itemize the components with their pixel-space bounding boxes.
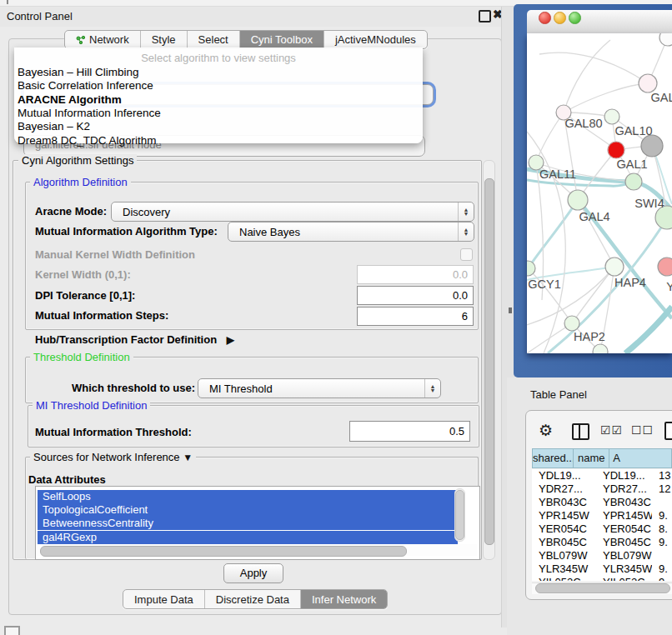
table-cell: YDR27... (532, 482, 596, 496)
stepper-arrows-icon: ▲▼ (424, 379, 440, 398)
dpi-tolerance-field[interactable]: 0.0 (357, 286, 474, 305)
table-cell: 12 (652, 482, 672, 496)
attributes-vertical-scrollbar-thumb[interactable] (455, 490, 464, 540)
deselect-all-checkboxes-icon[interactable]: ☐☐ (631, 423, 654, 437)
column-header[interactable]: A (609, 448, 672, 468)
table-cell: YLR345W (596, 562, 652, 576)
cut-off-icon[interactable] (664, 422, 672, 440)
network-node[interactable] (568, 190, 588, 210)
network-node[interactable] (658, 258, 672, 276)
algorithm-option[interactable]: Bayesian – K2 (17, 120, 418, 133)
tab-cyni-toolbox[interactable]: Cyni Toolbox (240, 31, 324, 48)
table-row[interactable]: YDL19...YDL19...13 (532, 469, 672, 482)
algorithm-option[interactable]: ARACNE Algorithm (17, 93, 418, 107)
algorithm-definition-title: Algorithm Definition (30, 176, 131, 188)
algorithm-option[interactable]: Mutual Information Inference (17, 107, 418, 120)
table-cell: 13 (652, 469, 672, 482)
network-node[interactable] (604, 109, 619, 124)
network-edge[interactable] (527, 200, 578, 270)
sources-title-label: Sources for Network Inference (33, 451, 180, 463)
algorithm-option[interactable]: Dream8 DC_TDC Algorithm (17, 134, 418, 148)
table-row[interactable]: YPR145WYPR145W9. (532, 509, 672, 522)
tab-select[interactable]: Select (188, 31, 240, 48)
splitter-collapse-handle[interactable] (509, 308, 512, 313)
table-row[interactable]: YBL079WYBL079W (532, 549, 672, 562)
split-columns-icon[interactable] (572, 423, 589, 440)
select-all-checkboxes-icon[interactable]: ☑☑ (600, 423, 623, 437)
network-edge[interactable] (539, 52, 648, 83)
minimized-panel-icon[interactable] (4, 626, 20, 635)
tab-network[interactable]: Network (65, 31, 141, 48)
node-label: GAL (650, 91, 672, 104)
minimize-traffic-light-icon[interactable] (554, 12, 566, 24)
tab-label: jActiveMNodules (335, 33, 416, 46)
network-canvas[interactable]: GALGAL80GAL10GAL1GAL11SWI4GAL4GCY1HAP4YH… (527, 33, 672, 353)
mi-steps-field[interactable]: 6 (357, 307, 474, 326)
kernel-width-field[interactable]: 0.0 (357, 265, 474, 284)
network-node[interactable] (527, 261, 535, 276)
network-node[interactable] (639, 74, 657, 92)
network-edge[interactable] (564, 40, 610, 112)
network-edge[interactable] (536, 112, 564, 162)
tab-label: Network (89, 33, 129, 46)
float-window-icon[interactable] (479, 10, 491, 22)
algorithm-option[interactable]: Basic Correlation Inference (17, 79, 418, 92)
tab-discretize-data[interactable]: Discretize Data (205, 590, 301, 608)
hub-definition-toggle[interactable]: Hub/Transcription Factor Definition ▶ (35, 333, 234, 346)
which-threshold-select[interactable]: MI Threshold ▲▼ (198, 378, 441, 398)
tab-style[interactable]: Style (141, 31, 188, 48)
table-cell: YBR045C (532, 536, 596, 549)
attribute-item-selected[interactable]: TopologicalCoefficient (38, 503, 458, 517)
manual-kernel-checkbox[interactable] (460, 248, 473, 261)
table-cell: YPR145W (532, 509, 596, 522)
network-node[interactable] (625, 173, 642, 190)
gear-icon[interactable]: ⚙ (539, 421, 553, 440)
network-node[interactable] (564, 316, 579, 331)
table-row[interactable]: YBR045CYBR045C9. (532, 536, 672, 549)
network-node[interactable] (608, 142, 624, 158)
node-label: SWI4 (634, 197, 664, 210)
network-graph: GALGAL80GAL10GAL1GAL11SWI4GAL4GCY1HAP4YH… (527, 33, 672, 353)
table-row[interactable]: YBR043CYBR043C (532, 496, 672, 509)
network-edge[interactable] (564, 83, 648, 112)
table-row[interactable]: YDR27...YDR27...12 (532, 482, 672, 496)
network-node[interactable] (593, 344, 608, 353)
algorithm-option[interactable]: Bayesian – Hill Climbing (17, 66, 418, 79)
table-row[interactable]: YER054CYER054C8. (532, 522, 672, 536)
settings-scrollbar-thumb[interactable] (484, 178, 494, 545)
network-node[interactable] (659, 33, 672, 46)
bottom-tab-bar: Impute DataDiscretize DataInfer Network (123, 589, 388, 609)
table-horizontal-scrollbar-thumb[interactable] (535, 583, 670, 593)
mi-type-select[interactable]: Naive Bayes ▲▼ (228, 222, 474, 242)
sources-title[interactable]: Sources for Network Inference ▼ (30, 451, 196, 463)
network-node[interactable] (605, 258, 624, 276)
table-cell: YDL19... (532, 469, 596, 482)
attributes-horizontal-scrollbar-thumb[interactable] (40, 546, 407, 557)
tab-infer-network[interactable]: Infer Network (301, 590, 387, 608)
table-cell: 8. (652, 522, 672, 536)
table-cell: 9. (652, 536, 672, 549)
column-header[interactable]: name (573, 448, 609, 468)
close-traffic-light-icon[interactable] (539, 12, 551, 24)
table-row[interactable]: YIL052CYIL052C9. (532, 576, 672, 581)
aracne-mode-select[interactable]: Discovery ▲▼ (111, 202, 474, 222)
attribute-item-selected[interactable]: SelfLoops (38, 490, 458, 503)
tab-impute-data[interactable]: Impute Data (123, 590, 205, 608)
network-node[interactable] (641, 135, 663, 157)
table-cell: YIL052C (532, 576, 596, 581)
mi-steps-label: Mutual Information Steps: (35, 309, 168, 322)
tab-jactivemnodules[interactable]: jActiveMNodules (324, 31, 427, 48)
column-header[interactable]: shared... (532, 448, 573, 468)
mi-threshold-field[interactable]: 0.5 (349, 421, 470, 442)
zoom-traffic-light-icon[interactable] (569, 12, 581, 24)
network-edge[interactable] (625, 307, 672, 353)
attribute-item-selected[interactable]: BetweennessCentrality (38, 517, 458, 530)
table-cell: YPR145W (596, 509, 652, 522)
table-row[interactable]: YLR345WYLR345W9. (532, 562, 672, 576)
node-label: HAP2 (574, 330, 605, 343)
node-label: GAL4 (579, 210, 609, 223)
apply-button[interactable]: Apply (223, 563, 283, 583)
data-attributes-label: Data Attributes (28, 473, 106, 486)
aracne-mode-label: Aracne Mode: (35, 205, 107, 218)
attribute-item-selected[interactable]: gal4RGexp (38, 531, 458, 544)
